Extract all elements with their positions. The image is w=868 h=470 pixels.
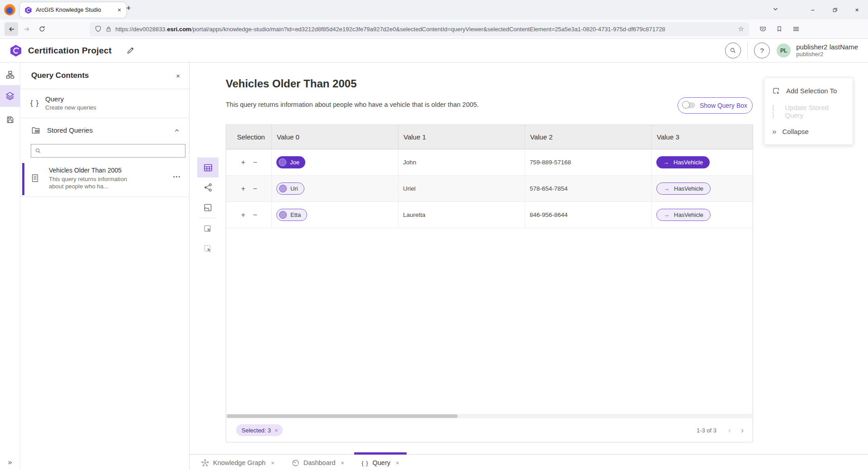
relationship-pill[interactable]: →HasVehicle — [656, 209, 711, 221]
left-rail: » — [0, 62, 20, 470]
column-header: Value 3 — [652, 125, 753, 149]
arcgis-knowledge-logo-icon — [9, 44, 22, 57]
avatar-initials: PL — [780, 48, 787, 54]
clear-selection-icon[interactable]: × — [275, 427, 278, 434]
reload-button[interactable] — [35, 22, 49, 36]
menu-item-update-stored-query: { } Update Stored Query — [764, 101, 853, 121]
add-to-selection-button[interactable]: + — [241, 159, 245, 166]
window-minimize-button[interactable]: − — [802, 0, 824, 19]
query-viewer: Vehicles Older Than 2005 This query retu… — [190, 62, 868, 470]
menu-hamburger-icon[interactable] — [790, 23, 802, 35]
tab-knowledge-graph[interactable]: Knowledge Graph × — [193, 455, 283, 470]
search-input[interactable] — [44, 147, 181, 155]
library-icon[interactable] — [773, 23, 786, 35]
tab-close-icon[interactable]: × — [396, 460, 399, 466]
bookmark-star-icon[interactable]: ☆ — [738, 25, 744, 33]
panel-close-icon[interactable]: × — [176, 72, 180, 80]
browser-tab-title: ArcGIS Knowledge Studio — [36, 7, 113, 13]
bottom-tab-bar: Knowledge Graph × Dashboard × { } Query … — [190, 454, 868, 470]
query-contents-panel: Query Contents × { } Query Create new qu… — [20, 62, 190, 470]
dashboard-icon — [292, 459, 299, 467]
show-query-box-toggle[interactable]: Show Query Box — [678, 97, 753, 114]
tab-close-icon[interactable]: × — [116, 6, 123, 14]
next-page-icon[interactable]: › — [741, 426, 744, 434]
add-to-selection-button[interactable]: + — [241, 185, 245, 192]
relationship-label: HasVehicle — [674, 211, 703, 218]
link-chart-view-button[interactable] — [197, 177, 218, 197]
scrollbar-thumb[interactable] — [227, 414, 458, 418]
show-query-box-label: Show Query Box — [700, 102, 747, 109]
menu-item-collapse[interactable]: » Collapse — [764, 121, 853, 142]
tab-dashboard[interactable]: Dashboard × — [283, 455, 353, 470]
selected-count-chip[interactable]: Selected: 3 × — [236, 424, 283, 436]
menu-item-label: Add Selection To — [786, 87, 837, 95]
arrow-right-icon: → — [664, 211, 669, 218]
lock-icon[interactable] — [105, 26, 112, 33]
rail-contents-button[interactable] — [0, 85, 20, 107]
search-button[interactable] — [725, 43, 741, 58]
new-tab-button[interactable]: + — [126, 4, 131, 13]
browser-navbar: https://dev0028833.esri.com/portal/apps/… — [0, 19, 868, 39]
entity-label: Joe — [290, 159, 299, 166]
browser-tab[interactable]: ArcGIS Knowledge Studio × — [20, 2, 126, 18]
firefox-icon[interactable] — [4, 4, 15, 15]
forward-button[interactable] — [20, 22, 33, 36]
entity-pill[interactable]: Uri — [276, 182, 304, 195]
braces-icon: { } — [361, 460, 368, 466]
remove-from-selection-button[interactable]: − — [253, 211, 257, 219]
table-empty-space — [226, 228, 753, 442]
selected-count-label: Selected: 3 — [242, 427, 271, 434]
marquee-select-button[interactable] — [197, 239, 218, 259]
toggle-switch[interactable] — [683, 102, 695, 109]
app-header: Certification Project ? PL publisher2 la… — [0, 39, 868, 62]
table-row: + − Etta Lauretta 846-956-8644 →HasVehic… — [226, 202, 753, 228]
cell-value: 846-956-8644 — [530, 211, 568, 218]
tab-query[interactable]: { } Query × — [353, 455, 408, 470]
expand-rail-button[interactable]: » — [0, 458, 20, 466]
pocket-icon[interactable] — [756, 23, 769, 35]
workspace: » Query Contents × { } Query Create new … — [0, 62, 868, 470]
toggle-knob — [682, 101, 690, 109]
avatar[interactable]: PL — [777, 43, 791, 58]
url-bar[interactable]: https://dev0028833.esri.com/portal/apps/… — [90, 22, 749, 36]
stored-queries-search[interactable] — [31, 144, 185, 158]
entity-pill[interactable]: Etta — [276, 209, 307, 221]
select-on-map-button[interactable] — [197, 219, 218, 239]
remove-from-selection-button[interactable]: − — [253, 159, 257, 166]
map-view-button[interactable] — [197, 197, 218, 217]
stored-queries-header[interactable]: Stored Queries — [20, 118, 189, 142]
collapse-icon: » — [772, 127, 776, 136]
header-divider — [747, 43, 748, 59]
tab-close-icon[interactable]: × — [341, 460, 345, 466]
edit-title-button[interactable] — [126, 46, 135, 55]
folder-icon — [31, 126, 41, 134]
window-restore-button[interactable] — [824, 0, 846, 19]
table-row: + − Joe John 759-889-57168 →HasVehicle — [226, 149, 753, 176]
table-view-button[interactable] — [197, 158, 218, 177]
column-header: Selection — [226, 125, 272, 149]
horizontal-scrollbar[interactable] — [227, 414, 752, 418]
screen: ArcGIS Knowledge Studio × + − × — [0, 0, 868, 470]
stored-query-icon — [31, 174, 39, 182]
new-query-item[interactable]: { } Query Create new queries — [20, 89, 189, 118]
item-options-icon[interactable]: ••• — [173, 174, 181, 179]
relationship-pill[interactable]: →HasVehicle — [656, 182, 711, 195]
stored-queries-label: Stored Queries — [47, 126, 167, 134]
tracking-shield-icon[interactable] — [95, 25, 102, 33]
tab-close-icon[interactable]: × — [271, 460, 275, 466]
entity-pill[interactable]: Joe — [276, 156, 305, 168]
url-path: /portal/apps/knowledge-studio/main?id=ed… — [191, 26, 665, 33]
relationship-pill[interactable]: →HasVehicle — [656, 156, 710, 168]
remove-from-selection-button[interactable]: − — [253, 185, 257, 192]
user-menu[interactable]: publisher2 lastName publisher2 — [796, 43, 858, 58]
help-button[interactable]: ? — [754, 43, 770, 58]
back-button[interactable] — [5, 22, 18, 36]
menu-item-add-selection-to[interactable]: Add Selection To — [764, 81, 853, 101]
rail-data-model-button[interactable] — [0, 66, 20, 84]
menu-item-label: Collapse — [782, 128, 808, 135]
stored-query-item[interactable]: Vehicles Older Than 2005 This query retu… — [20, 162, 189, 197]
rail-save-button[interactable] — [0, 110, 20, 129]
window-close-button[interactable]: × — [846, 0, 868, 19]
add-to-selection-button[interactable]: + — [241, 211, 245, 219]
list-all-tabs-icon[interactable] — [772, 6, 779, 13]
